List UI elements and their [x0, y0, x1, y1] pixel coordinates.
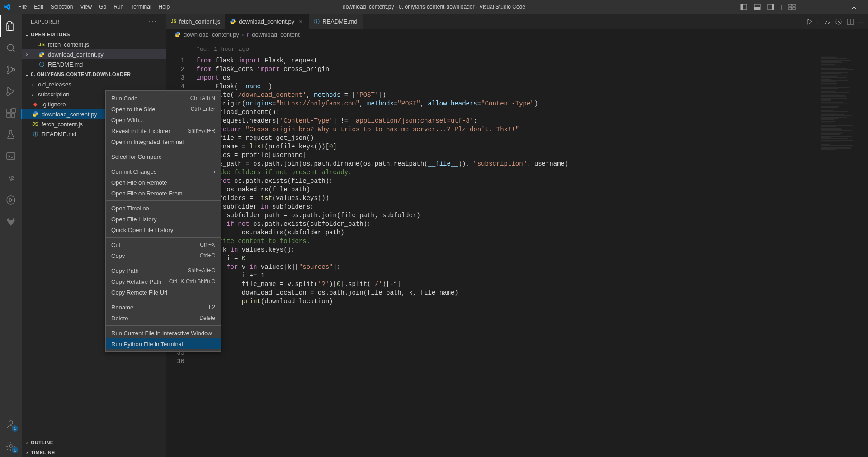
context-item[interactable]: Copy Remote File Url [106, 287, 221, 298]
menu-help[interactable]: Help [155, 1, 174, 13]
file-label: download_content.py [42, 111, 97, 118]
timeline-header[interactable]: › TIMELINE [22, 447, 166, 457]
context-item[interactable]: DeleteDelete [106, 313, 221, 324]
activity-run-icon[interactable] [0, 81, 22, 102]
run-cell-icon[interactable] [823, 18, 830, 25]
context-item[interactable]: Open in Integrated Terminal [106, 136, 221, 147]
outline-header[interactable]: › OUTLINE [22, 437, 166, 447]
menu-edit[interactable]: Edit [30, 1, 47, 13]
context-separator [106, 263, 221, 263]
editor-tabs: JS fetch_content.js download_content.py … [166, 14, 868, 29]
context-item[interactable]: Open Timeline [106, 203, 221, 214]
breadcrumb-file[interactable]: download_content.py [184, 31, 239, 38]
more-icon[interactable]: ··· [859, 18, 863, 25]
chevron-right-icon: › [32, 81, 38, 88]
context-label: Run Code [111, 95, 138, 102]
debug-icon[interactable] [835, 18, 842, 25]
activity-scm-icon[interactable] [0, 59, 22, 81]
close-icon[interactable]: × [24, 51, 31, 58]
open-editor-item[interactable]: ⓘ README.md [22, 59, 166, 69]
activity-explorer-icon[interactable] [0, 15, 22, 37]
context-label: Cut [111, 242, 120, 248]
context-item[interactable]: Quick Open File History [106, 224, 221, 235]
project-header[interactable]: ⌄ 0. ONLYFANS-CONTENT-DOWNLOADER [22, 69, 166, 79]
tab-readme[interactable]: ⓘ README.md [309, 14, 363, 29]
layout-bottom-icon[interactable] [752, 1, 763, 12]
context-separator [106, 200, 221, 201]
context-item[interactable]: Run CodeCtrl+Alt+N [106, 93, 221, 104]
context-item[interactable]: Commit Changes› [106, 166, 221, 177]
context-item[interactable]: Run Python File in Terminal [106, 338, 221, 349]
info-file-icon: ⓘ [32, 130, 39, 138]
context-item[interactable]: Copy Relative PathCtrl+K Ctrl+Shift+C [106, 276, 221, 287]
activity-test-icon[interactable] [0, 124, 22, 146]
layout-right-icon[interactable] [765, 1, 776, 12]
menu-run[interactable]: Run [110, 1, 127, 13]
activity-remote-icon[interactable] [0, 146, 22, 167]
minimize-button[interactable] [802, 0, 823, 14]
context-item[interactable]: Reveal in File ExplorerShift+Alt+R [106, 125, 221, 136]
open-editor-item[interactable]: × download_content.py [22, 49, 166, 59]
activity-settings-icon[interactable]: 1 [0, 435, 22, 457]
file-label: fetch_content.js [48, 41, 89, 48]
context-item[interactable]: CopyCtrl+C [106, 250, 221, 261]
context-label: Open Timeline [111, 205, 149, 212]
menu-selection[interactable]: Selection [47, 1, 76, 13]
open-editor-item[interactable]: JS fetch_content.js [22, 39, 166, 49]
svg-rect-9 [793, 7, 795, 10]
explorer-more-icon[interactable]: ··· [149, 18, 157, 26]
context-item[interactable]: Open File History [106, 214, 221, 224]
menu-view[interactable]: View [76, 1, 95, 13]
svg-point-22 [7, 196, 15, 204]
context-item[interactable]: Open File on Remote From... [106, 188, 221, 199]
context-item[interactable]: Open to the SideCtrl+Enter [106, 104, 221, 114]
context-item[interactable]: CutCtrl+X [106, 239, 221, 250]
activity-nx-icon[interactable]: N2 [0, 167, 22, 189]
context-separator [106, 149, 221, 149]
svg-rect-7 [793, 4, 795, 6]
context-item[interactable]: Run Current File in Interactive Window [106, 328, 221, 338]
activity-extensions-icon[interactable] [0, 102, 22, 124]
maximize-button[interactable] [823, 0, 844, 14]
svg-point-16 [7, 93, 9, 95]
tab-fetch-content[interactable]: JS fetch_content.js [166, 14, 225, 29]
activity-search-icon[interactable] [0, 37, 22, 59]
tab-label: fetch_content.js [179, 18, 220, 25]
breadcrumb-symbol[interactable]: download_content [252, 31, 300, 38]
close-button[interactable] [844, 0, 864, 14]
context-item[interactable]: RenameF2 [106, 302, 221, 313]
breadcrumbs[interactable]: download_content.py › ƒ download_content [166, 29, 868, 39]
file-label: fetch_content.js [42, 121, 83, 128]
chevron-down-icon: ⌄ [24, 32, 31, 38]
run-icon[interactable] [806, 18, 813, 25]
activity-liveshare-icon[interactable] [0, 189, 22, 211]
menu-terminal[interactable]: Terminal [127, 1, 155, 13]
context-label: Reveal in File Explorer [111, 128, 170, 134]
split-icon[interactable] [847, 18, 854, 25]
context-item[interactable]: Open With... [106, 114, 221, 125]
layout-customize-icon[interactable] [787, 1, 797, 12]
file-label: README.md [48, 61, 83, 68]
context-label: Rename [111, 304, 133, 311]
context-item[interactable]: Open File on Remote [106, 177, 221, 188]
close-icon[interactable]: × [297, 18, 304, 25]
tab-download-content[interactable]: download_content.py × [225, 14, 309, 29]
context-label: Copy [111, 252, 125, 259]
explorer-title: EXPLORER [31, 19, 60, 24]
tab-label: README.md [322, 18, 357, 25]
main-menu: File Edit Selection View Go Run Terminal… [14, 1, 173, 13]
context-item[interactable]: Select for Compare [106, 151, 221, 162]
activity-accounts-icon[interactable]: 1 [0, 414, 22, 435]
svg-rect-18 [7, 114, 10, 117]
tree-folder[interactable]: › old_releases [22, 79, 166, 89]
shortcut-label: Ctrl+Alt+N [190, 95, 215, 101]
activity-gitlab-icon[interactable] [0, 211, 22, 233]
context-label: Open File on Remote [111, 179, 167, 186]
context-item[interactable]: Copy PathShift+Alt+C [106, 265, 221, 276]
open-editors-header[interactable]: ⌄ OPEN EDITORS [22, 29, 166, 39]
code-editor[interactable]: You, 1 hour agofrom flask import Flask, … [196, 39, 868, 457]
menu-go[interactable]: Go [95, 1, 110, 13]
menu-file[interactable]: File [14, 1, 30, 13]
shortcut-label: Shift+Alt+C [188, 267, 215, 274]
layout-left-icon[interactable] [738, 1, 749, 12]
